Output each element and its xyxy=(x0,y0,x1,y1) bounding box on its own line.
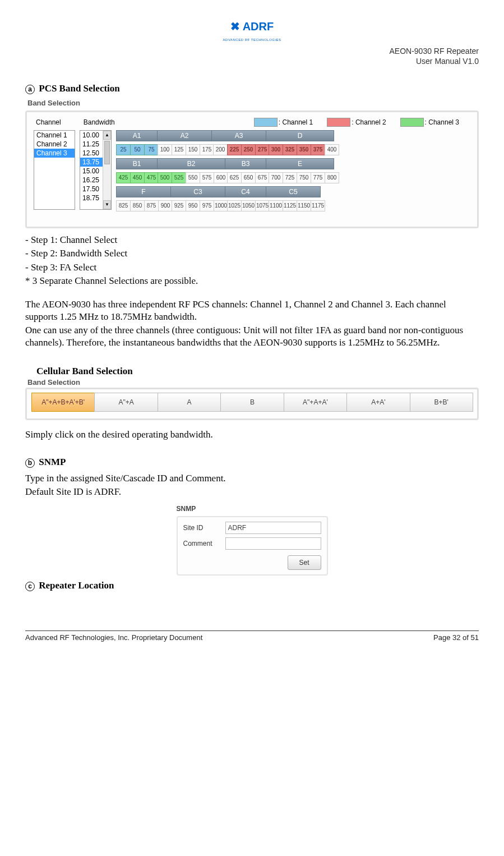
channel-column-label: Channel xyxy=(36,118,61,126)
comment-input[interactable] xyxy=(225,537,321,550)
fa-cell[interactable]: 550 xyxy=(186,172,200,183)
logo-subtitle: ADVANCED RF TECHNOLOGIES xyxy=(223,38,281,42)
bandwidth-listbox[interactable]: 10.0011.2512.5013.7515.0016.2517.5018.75… xyxy=(80,130,112,210)
fa-cell[interactable]: 275 xyxy=(255,144,270,155)
fa-cell[interactable]: 150 xyxy=(186,144,200,155)
fa-cell[interactable]: 325 xyxy=(283,144,297,155)
section-a-title: PCS Band Selection xyxy=(39,83,120,94)
channel-option[interactable]: Channel 1 xyxy=(34,131,75,140)
bandwidth-column-label: Bandwidth xyxy=(84,118,115,126)
header-info: AEON-9030 RF Repeater User Manual V1.0 xyxy=(25,46,479,66)
cellular-band-button[interactable]: A xyxy=(158,393,221,412)
fa-cell[interactable]: 900 xyxy=(158,200,173,211)
fa-cell[interactable]: 1175 xyxy=(311,200,325,211)
snmp-panel-title: SNMP xyxy=(177,505,328,513)
fa-cell[interactable]: 400 xyxy=(325,144,339,155)
fa-cell[interactable]: 625 xyxy=(227,172,242,183)
channel-option[interactable]: Channel 2 xyxy=(34,140,75,149)
logo-area: ✖ ADRF ADVANCED RF TECHNOLOGIES xyxy=(25,20,479,43)
section-a-heading: a PCS Band Selection xyxy=(25,83,479,94)
fa-cell[interactable]: 50 xyxy=(130,144,145,155)
fa-table[interactable]: A1A2A3D255075100125150175200225250275300… xyxy=(116,130,470,214)
fa-cell[interactable]: 100 xyxy=(158,144,172,155)
legend-ch3: : Channel 3 xyxy=(400,118,459,127)
cellular-band-button[interactable]: B xyxy=(220,393,284,412)
fa-cell[interactable]: 475 xyxy=(144,172,159,183)
fa-cell[interactable]: 425 xyxy=(116,172,131,183)
fa-cell[interactable]: 700 xyxy=(269,172,283,183)
cellular-band-button[interactable]: B+B' xyxy=(410,393,473,412)
fa-cell[interactable]: 1150 xyxy=(297,200,311,211)
para-2: One can use any of the three channels (t… xyxy=(25,324,479,349)
fa-cell[interactable]: 775 xyxy=(311,172,325,183)
fa-cell[interactable]: 875 xyxy=(144,200,159,211)
fa-cell[interactable]: 175 xyxy=(200,144,214,155)
scrollbar[interactable]: ▲▼ xyxy=(103,131,111,209)
logo-text: ✖ ADRF xyxy=(230,20,274,33)
block-header: D xyxy=(266,130,334,141)
fa-cell[interactable]: 975 xyxy=(200,200,214,211)
legend-ch2: : Channel 2 xyxy=(327,118,386,127)
fa-cell[interactable]: 1050 xyxy=(241,200,256,211)
fa-cell[interactable]: 125 xyxy=(172,144,186,155)
fa-cell[interactable]: 500 xyxy=(158,172,172,183)
scroll-down-icon[interactable]: ▼ xyxy=(103,200,111,209)
marker-c: c xyxy=(25,582,35,591)
set-button[interactable]: Set xyxy=(288,555,321,570)
cellular-band-button[interactable]: A"+A xyxy=(94,393,158,412)
cellular-band-button[interactable]: A"+A+A' xyxy=(284,393,347,412)
fa-cell[interactable]: 450 xyxy=(130,172,145,183)
scroll-thumb[interactable] xyxy=(104,141,110,164)
footer-right: Page 32 of 51 xyxy=(433,633,479,642)
snmp-panel: SNMP Site ID Comment Set xyxy=(177,505,328,576)
fa-cell[interactable]: 1025 xyxy=(227,200,242,211)
fa-cell[interactable]: 800 xyxy=(325,172,339,183)
fa-cell[interactable]: 200 xyxy=(213,144,228,155)
site-id-label: Site ID xyxy=(183,524,225,532)
fa-cell[interactable]: 25 xyxy=(116,144,131,155)
channel-option[interactable]: Channel 3 xyxy=(34,149,75,158)
block-header: A3 xyxy=(211,130,266,141)
cellular-heading: Cellular Band Selection xyxy=(36,366,479,377)
site-id-input[interactable] xyxy=(225,522,321,534)
fa-cell[interactable]: 75 xyxy=(144,144,159,155)
fa-cell[interactable]: 575 xyxy=(200,172,214,183)
fa-cell[interactable]: 1000 xyxy=(214,200,228,211)
block-header: E xyxy=(266,158,334,169)
fa-cell[interactable]: 650 xyxy=(241,172,256,183)
doc-version: User Manual V1.0 xyxy=(416,57,479,66)
fa-cell[interactable]: 925 xyxy=(172,200,186,211)
fa-cell[interactable]: 300 xyxy=(269,144,283,155)
page-footer: Advanced RF Technologies, Inc. Proprieta… xyxy=(25,631,479,642)
fa-cell[interactable]: 350 xyxy=(297,144,311,155)
pcs-band-panel: Channel Bandwidth : Channel 1 : Channel … xyxy=(25,111,479,228)
cellular-panel-title: Band Selection xyxy=(27,378,479,386)
section-b-title: SNMP xyxy=(39,457,66,467)
section-c-title: Repeater Location xyxy=(39,580,114,591)
step-1: - Step 1: Channel Select xyxy=(25,234,479,246)
fa-cell[interactable]: 225 xyxy=(227,144,242,155)
fa-cell[interactable]: 725 xyxy=(283,172,297,183)
scroll-up-icon[interactable]: ▲ xyxy=(103,131,111,140)
fa-cell[interactable]: 950 xyxy=(186,200,200,211)
block-header: B1 xyxy=(116,158,158,169)
fa-cell[interactable]: 1100 xyxy=(269,200,283,211)
cellular-band-button[interactable]: A+A' xyxy=(346,393,410,412)
channel-listbox[interactable]: Channel 1Channel 2Channel 3 xyxy=(34,130,75,210)
fa-cell[interactable]: 375 xyxy=(311,144,325,155)
fa-cell[interactable]: 825 xyxy=(116,200,131,211)
cellular-band-button[interactable]: A"+A+B+A'+B' xyxy=(31,393,95,412)
fa-cell[interactable]: 850 xyxy=(130,200,145,211)
block-header: A1 xyxy=(116,130,158,141)
fa-cell[interactable]: 1075 xyxy=(255,200,270,211)
fa-cell[interactable]: 675 xyxy=(255,172,270,183)
footer-left: Advanced RF Technologies, Inc. Proprieta… xyxy=(25,633,202,642)
fa-cell[interactable]: 525 xyxy=(172,172,186,183)
fa-cell[interactable]: 1125 xyxy=(283,200,297,211)
fa-cell[interactable]: 250 xyxy=(241,144,256,155)
fa-cell[interactable]: 600 xyxy=(214,172,228,183)
step-2: - Step 2: Bandwidth Select xyxy=(25,247,479,260)
block-header: B3 xyxy=(225,158,266,169)
snmp-line1: Type in the assigned Site/Cascade ID and… xyxy=(25,472,479,485)
fa-cell[interactable]: 750 xyxy=(297,172,311,183)
